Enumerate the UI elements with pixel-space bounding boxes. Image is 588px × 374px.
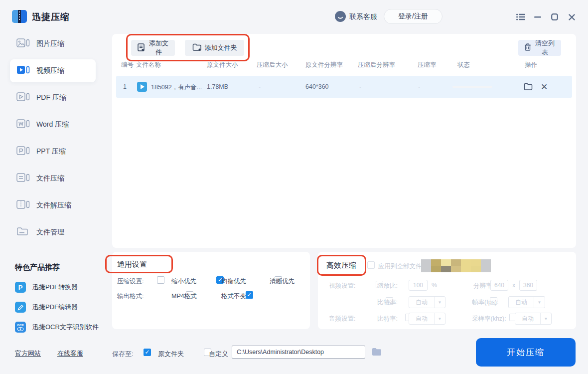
close-icon[interactable] — [566, 11, 577, 22]
sidebar-item-ppt-compress[interactable]: PPT 压缩 — [10, 140, 96, 163]
online-support-link[interactable]: 在线客服 — [57, 349, 83, 358]
audio-bitrate-label: 比特率: — [377, 315, 398, 323]
file-list-panel: 添加文件 添加文件夹 清空列表 编号 文件名称 原文件大小 压缩后大小 原文件分… — [112, 34, 576, 248]
promo-ocr-software[interactable]: OCR 迅捷OCR文字识别软件 — [15, 321, 112, 334]
col-header-orig-size: 原文件大小 — [207, 61, 238, 69]
col-header-comp-res: 压缩后分辨率 — [358, 61, 395, 69]
open-folder-icon[interactable] — [524, 83, 533, 92]
sidebar-item-label: 视频压缩 — [36, 66, 64, 75]
res-height-input[interactable]: 360 — [519, 280, 537, 291]
sidebar-item-image-compress[interactable]: 图片压缩 — [10, 32, 96, 55]
row-comp-size: - — [259, 83, 261, 90]
promo-pdf-editor[interactable]: 迅捷PDF编辑器 — [15, 301, 112, 314]
sidebar-item-video-compress[interactable]: 视频压缩 — [10, 59, 96, 82]
audio-bitrate-select[interactable]: 自动 ▼ — [409, 313, 445, 325]
blurred-vip-badge — [421, 259, 491, 272]
file-plus-icon — [137, 43, 145, 53]
sidebar-item-file-compress[interactable]: 文件压缩 — [10, 167, 96, 190]
col-header-filename: 文件名称 — [136, 61, 161, 69]
audio-bitrate-value: 自动 — [409, 313, 434, 324]
login-register-button[interactable]: 登录/注册 — [384, 9, 442, 24]
promo-label: 迅捷PDF编辑器 — [32, 303, 78, 312]
add-folder-button[interactable]: 添加文件夹 — [185, 40, 244, 56]
table-row[interactable]: 1 185092，有声音... 1.78MB - 640*360 - - ✕ — [116, 76, 572, 98]
res-separator: x — [512, 282, 515, 289]
add-file-button[interactable]: 添加文件 — [131, 40, 175, 56]
video-bitrate-select[interactable]: 自动 ▼ — [409, 296, 445, 308]
row-orig-size: 1.78MB — [207, 83, 228, 90]
contact-support-link[interactable]: 联系客服 — [349, 12, 377, 21]
fps-select[interactable]: 自动 ▼ — [508, 296, 545, 308]
clear-list-button[interactable]: 清空列表 — [518, 40, 561, 56]
checkbox-apply-all[interactable] — [367, 261, 375, 269]
app-title: 迅捷压缩 — [32, 11, 70, 23]
chevron-down-icon: ▼ — [534, 297, 545, 308]
sidebar-item-label: 文件压缩 — [36, 174, 64, 183]
save-path-input[interactable] — [232, 346, 365, 359]
minimize-icon[interactable] — [532, 11, 543, 22]
maximize-icon[interactable] — [549, 11, 560, 22]
folder-plus-icon — [192, 43, 201, 52]
ppt-compress-icon — [16, 146, 30, 158]
clarity-priority-label[interactable]: 清晰优先 — [270, 277, 294, 286]
keep-format-label[interactable]: 格式不变 — [221, 292, 246, 301]
scale-label: 缩放比: — [377, 282, 398, 290]
row-number: 1 — [123, 83, 127, 90]
custom-path-label[interactable]: 自定义 — [209, 350, 228, 359]
checkbox-original-folder[interactable] — [144, 349, 151, 356]
pdf-editor-icon — [15, 302, 26, 313]
mp4-format-label[interactable]: MP4格式 — [171, 292, 197, 301]
col-header-actions: 操作 — [525, 61, 537, 69]
col-header-comp-size: 压缩后大小 — [257, 61, 288, 69]
sidebar-item-file-decompress[interactable]: 文件解压缩 — [10, 194, 96, 217]
pdf-converter-icon: P — [15, 282, 26, 293]
video-bitrate-label: 比特率: — [377, 298, 398, 307]
video-compress-icon — [16, 65, 30, 77]
balanced-priority-label[interactable]: 均衡优先 — [221, 277, 246, 286]
video-bitrate-value: 自动 — [409, 297, 434, 308]
promo-pdf-converter[interactable]: P 迅捷PDF转换器 — [15, 281, 112, 294]
audio-settings-label: 音频设置: — [329, 315, 355, 323]
clear-list-label: 清空列表 — [535, 39, 555, 57]
shrink-priority-label[interactable]: 缩小优先 — [171, 277, 196, 286]
file-compress-icon — [16, 173, 30, 185]
efficient-compress-title: 高效压缩 — [326, 261, 356, 270]
efficient-compress-panel: 高效压缩 应用到全部文件 视频设置: 缩放比: 100 % 分辨率: 640 x… — [318, 252, 576, 329]
contact-support-icon — [335, 11, 346, 24]
start-compress-button[interactable]: 开始压缩 — [476, 338, 576, 367]
promo-label: 迅捷PDF转换器 — [32, 283, 78, 292]
row-comp-res: - — [359, 83, 361, 90]
sidebar-item-pdf-compress[interactable]: PDF 压缩 — [10, 86, 96, 109]
promo-label: 迅捷OCR文字识别软件 — [32, 323, 99, 332]
checkbox-keep-format[interactable] — [246, 291, 253, 299]
file-decompress-icon — [16, 199, 30, 211]
official-website-link[interactable]: 官方网站 — [15, 349, 41, 358]
col-header-orig-res: 原文件分辨率 — [305, 61, 343, 69]
menu-list-icon[interactable] — [515, 11, 526, 22]
browse-folder-icon[interactable] — [372, 348, 382, 358]
original-folder-label[interactable]: 原文件夹 — [158, 350, 184, 359]
apply-all-label: 应用到全部文件 — [378, 262, 422, 271]
ocr-software-icon: OCR — [15, 322, 26, 333]
video-play-icon — [137, 82, 147, 92]
scale-input[interactable]: 100 — [409, 280, 428, 291]
video-settings-label: 视频设置: — [329, 282, 355, 290]
output-format-label: 输出格式: — [117, 292, 144, 301]
sample-rate-select[interactable]: 自动 ▼ — [515, 313, 552, 325]
add-file-label: 添加文件 — [148, 39, 169, 57]
compress-setting-label: 压缩设置: — [117, 277, 144, 286]
sidebar-item-label: 文件管理 — [36, 228, 64, 237]
col-header-ratio: 压缩率 — [418, 61, 437, 69]
chevron-down-icon: ▼ — [540, 313, 551, 324]
col-header-no: 编号 — [121, 61, 134, 69]
fps-label: 帧率(fps): — [472, 298, 498, 307]
general-settings-title: 通用设置 — [117, 260, 147, 269]
row-ratio: - — [418, 83, 420, 90]
sidebar-item-word-compress[interactable]: Word 压缩 — [10, 113, 96, 136]
res-width-input[interactable]: 640 — [490, 280, 508, 291]
remove-file-icon[interactable]: ✕ — [541, 83, 548, 91]
sample-rate-label: 采样率(khz): — [472, 315, 506, 323]
checkbox-shrink-priority[interactable] — [157, 276, 164, 284]
sidebar-item-file-manage[interactable]: 文件管理 — [10, 221, 96, 244]
chevron-down-icon: ▼ — [434, 297, 445, 308]
